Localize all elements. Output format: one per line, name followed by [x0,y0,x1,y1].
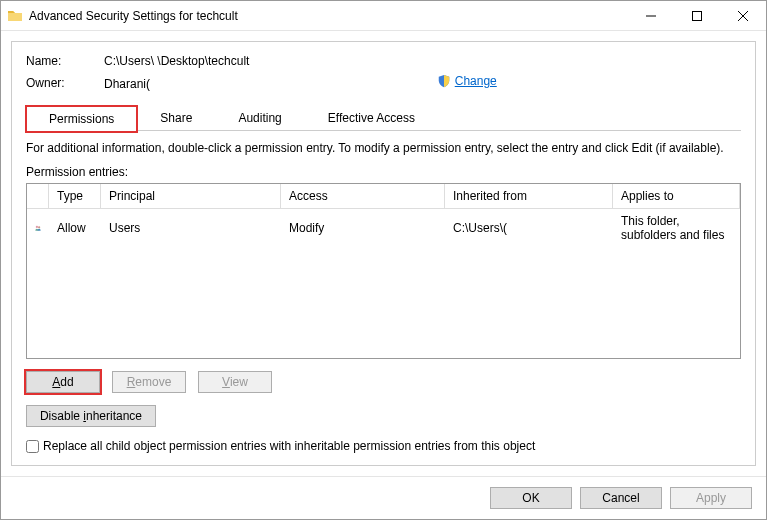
replace-checkbox[interactable] [26,440,39,453]
owner-value: Dharani( Change [104,74,741,91]
table-header: Type Principal Access Inherited from App… [27,184,740,209]
replace-checkbox-label[interactable]: Replace all child object permission entr… [43,439,535,453]
svg-point-1 [36,226,38,228]
replace-checkbox-row: Replace all child object permission entr… [26,439,741,453]
col-access-header[interactable]: Access [281,184,445,208]
owner-label: Owner: [26,76,104,90]
disable-inheritance-button[interactable]: Disable inheritance [26,405,156,427]
name-label: Name: [26,54,104,68]
cell-access: Modify [281,216,445,240]
owner-row: Owner: Dharani( Change [26,74,741,91]
svg-rect-0 [693,11,702,20]
folder-icon [7,8,23,24]
svg-point-2 [38,226,40,228]
tab-share[interactable]: Share [137,105,215,130]
cell-inherited: C:\Users\( [445,216,613,240]
col-applies-header[interactable]: Applies to [613,184,740,208]
cell-applies: This folder, subfolders and files [613,209,740,247]
name-value: C:\Users\ \Desktop\techcult [104,54,741,68]
maximize-button[interactable] [674,1,720,31]
content-panel: Name: C:\Users\ \Desktop\techcult Owner:… [11,41,756,466]
dialog-footer: OK Cancel Apply [1,476,766,519]
col-type-header[interactable]: Type [49,184,101,208]
table-row[interactable]: Allow Users Modify C:\Users\( This folde… [27,209,740,247]
tab-auditing[interactable]: Auditing [215,105,304,130]
tabs: Permissions Share Auditing Effective Acc… [26,105,741,131]
view-button: View [198,371,272,393]
col-inherited-header[interactable]: Inherited from [445,184,613,208]
description-text: For additional information, double-click… [26,141,741,155]
cancel-button[interactable]: Cancel [580,487,662,509]
apply-button: Apply [670,487,752,509]
name-row: Name: C:\Users\ \Desktop\techcult [26,54,741,68]
entries-label: Permission entries: [26,165,741,179]
entry-buttons: Add Remove View [26,371,741,393]
ok-button[interactable]: OK [490,487,572,509]
col-icon-header [27,184,49,208]
window-title: Advanced Security Settings for techcult [29,9,628,23]
minimize-button[interactable] [628,1,674,31]
tab-permissions[interactable]: Permissions [26,106,137,131]
cell-type: Allow [49,216,101,240]
shield-icon [437,74,451,88]
change-owner-link[interactable]: Change [437,74,497,88]
cell-principal: Users [101,216,281,240]
titlebar: Advanced Security Settings for techcult [1,1,766,31]
close-button[interactable] [720,1,766,31]
col-principal-header[interactable]: Principal [101,184,281,208]
tab-effective-access[interactable]: Effective Access [305,105,438,130]
permission-table: Type Principal Access Inherited from App… [26,183,741,359]
inheritance-row: Disable inheritance [26,405,741,427]
add-button[interactable]: Add [26,371,100,393]
remove-button: Remove [112,371,186,393]
users-icon [27,215,49,241]
